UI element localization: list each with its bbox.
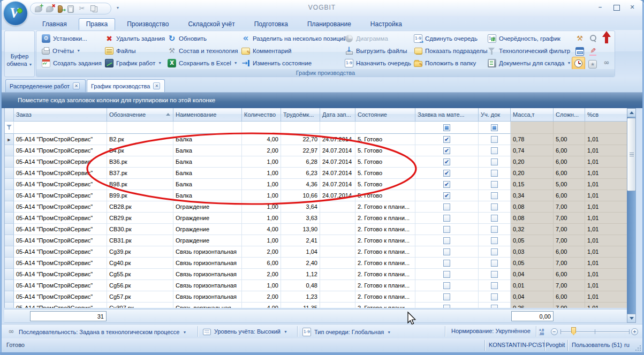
cell-pct[interactable]: 1,01 [585,280,627,291]
cell-date[interactable]: 24.07.2014 [320,168,355,179]
cell-pct[interactable]: 1,01 [585,224,627,235]
cell-pct[interactable]: 1,01 [585,258,627,269]
ribbon-tab-Подготовка[interactable]: Подготовка [247,18,296,31]
cell-state[interactable]: 2. Готово к плани... [355,235,415,246]
cell-name[interactable]: Ограждение [173,201,242,213]
ribbon-button[interactable]: Показать подразделы [413,44,489,57]
cell-code[interactable]: Сg55.рк [107,269,173,280]
ribbon-button[interactable]: Сохранить в Excel▼ [166,57,239,69]
cell-doc[interactable] [479,145,511,156]
cell-pct[interactable]: 1,01 [585,190,627,201]
ribbon-button[interactable]: Файлы [104,44,166,57]
filter-checkbox[interactable] [491,124,498,131]
cell-code[interactable]: Сg56.рк [107,280,173,291]
filter-checkbox[interactable] [443,124,450,131]
cell-name[interactable]: Связь горизонтальная [173,269,242,280]
cell-doc[interactable] [479,280,511,291]
row-indicator[interactable]: ► [5,134,14,145]
cell-complexity[interactable]: 6,00 [554,145,585,156]
cell-labor[interactable]: 13,90 [281,224,320,235]
cell-date[interactable] [320,291,355,303]
clock-button[interactable] [572,57,585,70]
column-header-mass[interactable]: Масса,т [511,108,554,122]
filter-cell-code[interactable] [107,122,173,134]
cell-pct[interactable]: 1,01 [585,303,627,308]
ribbon-button[interactable]: Сдвинуть очередь [413,32,489,44]
cell-doc[interactable] [479,258,511,269]
cell-mass[interactable]: 0,08 [511,213,554,224]
cell-mass[interactable]: 0,32 [511,224,554,235]
cell-name[interactable]: Балка [173,179,242,190]
cell-order[interactable]: 05-А14 "ПромСтройСервис" [14,291,107,303]
cell-request[interactable] [415,190,479,201]
cell-state[interactable]: 5. Готово [355,145,415,156]
filter-cell-doc[interactable] [479,122,511,134]
groupby-panel[interactable]: Поместите сюда заголовок колонки для гру… [2,92,642,108]
queue-type-option[interactable]: Тип очереди: Глобальная▼ [302,328,391,336]
row-checkbox[interactable] [491,215,498,222]
column-header-name[interactable]: Наименование [173,108,242,122]
row-indicator[interactable] [5,213,14,224]
cell-qty[interactable]: 1,00 [242,179,281,190]
row-checkbox[interactable] [443,215,450,222]
cell-labor[interactable]: 1,12 [281,269,320,280]
cell-order[interactable]: 05-А14 "ПромСтройСервис" [14,213,107,224]
cell-pct[interactable]: 1,01 [585,235,627,246]
cell-mass[interactable]: 0,74 [511,145,554,156]
filter-cell-pct[interactable] [585,122,627,134]
cell-complexity[interactable]: 6,00 [554,269,585,280]
cell-complexity[interactable]: 7,00 [554,280,585,291]
ribbon-button[interactable]: Создать задания [41,57,103,69]
cell-date[interactable] [320,258,355,269]
row-checkbox[interactable] [491,203,498,210]
cell-state[interactable]: 2. Готово к плани... [355,258,415,269]
cell-request[interactable] [415,213,479,224]
cell-state[interactable]: 2. Готово к плани... [355,280,415,291]
row-checkbox[interactable] [443,282,450,289]
cell-labor[interactable]: 2,41 [281,235,320,246]
cell-qty[interactable]: 6,00 [242,258,281,269]
cell-request[interactable] [415,201,479,213]
cell-mass[interactable]: 0,03 [511,246,554,258]
cell-name[interactable]: Связь горизонтальная [173,291,242,303]
row-checkbox[interactable] [443,271,450,278]
column-header-state[interactable]: Состояние [355,108,415,122]
cell-labor[interactable]: 0,48 [281,280,320,291]
cell-doc[interactable] [479,134,511,145]
cell-code[interactable]: Сg57.рк [107,291,173,303]
cell-pct[interactable]: 1,01 [585,145,627,156]
cell-complexity[interactable]: 6,00 [554,168,585,179]
cell-doc[interactable] [479,213,511,224]
cell-code[interactable]: В98.рк [107,179,173,190]
cell-doc[interactable] [479,246,511,258]
cell-order[interactable]: 05-А14 "ПромСтройСервис" [14,156,107,168]
cell-state[interactable]: 2. Готово к плани... [355,213,415,224]
cell-date[interactable] [320,246,355,258]
cell-doc[interactable] [479,156,511,168]
row-checkbox[interactable] [443,293,450,300]
row-checkbox[interactable] [491,181,498,188]
cell-pct[interactable]: 1,01 [585,179,627,190]
vertical-scrollbar[interactable] [627,108,636,323]
cell-name[interactable]: Ограждение [173,235,242,246]
cell-qty[interactable]: 1,00 [242,213,281,224]
level-option[interactable]: Уровень учёта: Высокий▼ [203,328,287,335]
column-header-doc[interactable]: Уч. док [479,108,511,122]
row-checkbox[interactable] [491,293,498,300]
cell-name[interactable]: Ограждение [173,224,242,235]
ribbon-button[interactable]: Положить в папку [413,57,489,69]
ribbon-button[interactable]: График работ▼ [104,57,166,69]
row-indicator[interactable] [5,291,14,303]
resize-grip[interactable] [635,345,641,351]
decimal-places-icon[interactable]: +.0.00 [539,328,544,336]
cell-mass[interactable]: 0,15 [511,179,554,190]
cell-qty[interactable]: 1,00 [242,280,281,291]
row-checkbox[interactable] [443,147,450,154]
cell-mass[interactable]: 0,04 [511,269,554,280]
cell-date[interactable]: 24.07.2014 [320,190,355,201]
row-checkbox[interactable] [443,158,450,165]
doc-tab-Распределение работ[interactable]: Распределение работ✕ [5,79,86,92]
cell-labor[interactable]: 6,28 [281,156,320,168]
row-indicator[interactable] [5,145,14,156]
row-checkbox[interactable] [443,181,450,188]
